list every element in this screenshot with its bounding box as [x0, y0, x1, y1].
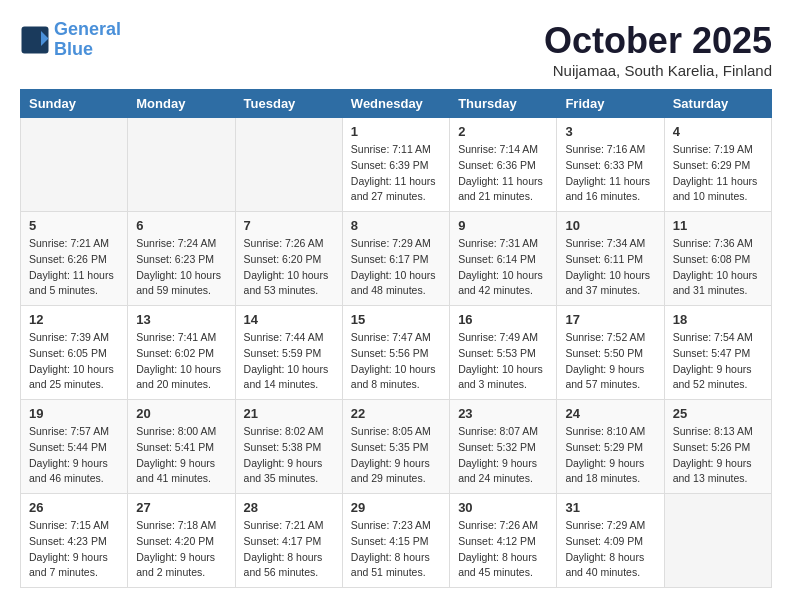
calendar-week-5: 26Sunrise: 7:15 AM Sunset: 4:23 PM Dayli… [21, 494, 772, 588]
day-number: 27 [136, 500, 226, 515]
day-number: 5 [29, 218, 119, 233]
day-info: Sunrise: 7:14 AM Sunset: 6:36 PM Dayligh… [458, 142, 548, 205]
day-number: 7 [244, 218, 334, 233]
calendar-cell [235, 118, 342, 212]
day-info: Sunrise: 7:54 AM Sunset: 5:47 PM Dayligh… [673, 330, 763, 393]
day-info: Sunrise: 7:26 AM Sunset: 6:20 PM Dayligh… [244, 236, 334, 299]
calendar-cell: 19Sunrise: 7:57 AM Sunset: 5:44 PM Dayli… [21, 400, 128, 494]
calendar-cell: 10Sunrise: 7:34 AM Sunset: 6:11 PM Dayli… [557, 212, 664, 306]
day-number: 22 [351, 406, 441, 421]
day-number: 28 [244, 500, 334, 515]
calendar-body: 1Sunrise: 7:11 AM Sunset: 6:39 PM Daylig… [21, 118, 772, 588]
calendar-cell: 17Sunrise: 7:52 AM Sunset: 5:50 PM Dayli… [557, 306, 664, 400]
calendar-header: SundayMondayTuesdayWednesdayThursdayFrid… [21, 90, 772, 118]
title-block: October 2025 Nuijamaa, South Karelia, Fi… [544, 20, 772, 79]
day-number: 29 [351, 500, 441, 515]
weekday-header-tuesday: Tuesday [235, 90, 342, 118]
day-number: 26 [29, 500, 119, 515]
day-info: Sunrise: 7:34 AM Sunset: 6:11 PM Dayligh… [565, 236, 655, 299]
day-number: 6 [136, 218, 226, 233]
calendar-cell: 28Sunrise: 7:21 AM Sunset: 4:17 PM Dayli… [235, 494, 342, 588]
calendar-cell: 31Sunrise: 7:29 AM Sunset: 4:09 PM Dayli… [557, 494, 664, 588]
day-info: Sunrise: 7:57 AM Sunset: 5:44 PM Dayligh… [29, 424, 119, 487]
calendar-cell: 29Sunrise: 7:23 AM Sunset: 4:15 PM Dayli… [342, 494, 449, 588]
day-info: Sunrise: 7:16 AM Sunset: 6:33 PM Dayligh… [565, 142, 655, 205]
calendar-cell: 5Sunrise: 7:21 AM Sunset: 6:26 PM Daylig… [21, 212, 128, 306]
day-info: Sunrise: 8:02 AM Sunset: 5:38 PM Dayligh… [244, 424, 334, 487]
calendar-cell: 26Sunrise: 7:15 AM Sunset: 4:23 PM Dayli… [21, 494, 128, 588]
logo-line1: General [54, 19, 121, 39]
weekday-header-monday: Monday [128, 90, 235, 118]
calendar-week-4: 19Sunrise: 7:57 AM Sunset: 5:44 PM Dayli… [21, 400, 772, 494]
calendar-cell [128, 118, 235, 212]
day-info: Sunrise: 7:29 AM Sunset: 4:09 PM Dayligh… [565, 518, 655, 581]
day-number: 9 [458, 218, 548, 233]
day-info: Sunrise: 8:13 AM Sunset: 5:26 PM Dayligh… [673, 424, 763, 487]
day-number: 4 [673, 124, 763, 139]
day-number: 31 [565, 500, 655, 515]
day-number: 1 [351, 124, 441, 139]
calendar-cell: 8Sunrise: 7:29 AM Sunset: 6:17 PM Daylig… [342, 212, 449, 306]
logo-text: General Blue [54, 20, 121, 60]
day-info: Sunrise: 8:07 AM Sunset: 5:32 PM Dayligh… [458, 424, 548, 487]
day-number: 15 [351, 312, 441, 327]
calendar-cell: 3Sunrise: 7:16 AM Sunset: 6:33 PM Daylig… [557, 118, 664, 212]
calendar-cell: 21Sunrise: 8:02 AM Sunset: 5:38 PM Dayli… [235, 400, 342, 494]
day-info: Sunrise: 7:41 AM Sunset: 6:02 PM Dayligh… [136, 330, 226, 393]
calendar-week-1: 1Sunrise: 7:11 AM Sunset: 6:39 PM Daylig… [21, 118, 772, 212]
location: Nuijamaa, South Karelia, Finland [544, 62, 772, 79]
calendar-cell: 2Sunrise: 7:14 AM Sunset: 6:36 PM Daylig… [450, 118, 557, 212]
day-info: Sunrise: 7:21 AM Sunset: 4:17 PM Dayligh… [244, 518, 334, 581]
day-number: 2 [458, 124, 548, 139]
day-info: Sunrise: 8:05 AM Sunset: 5:35 PM Dayligh… [351, 424, 441, 487]
day-info: Sunrise: 7:23 AM Sunset: 4:15 PM Dayligh… [351, 518, 441, 581]
day-info: Sunrise: 7:44 AM Sunset: 5:59 PM Dayligh… [244, 330, 334, 393]
day-number: 3 [565, 124, 655, 139]
day-number: 14 [244, 312, 334, 327]
weekday-header-row: SundayMondayTuesdayWednesdayThursdayFrid… [21, 90, 772, 118]
day-info: Sunrise: 7:31 AM Sunset: 6:14 PM Dayligh… [458, 236, 548, 299]
calendar-cell: 22Sunrise: 8:05 AM Sunset: 5:35 PM Dayli… [342, 400, 449, 494]
calendar: SundayMondayTuesdayWednesdayThursdayFrid… [20, 89, 772, 588]
day-info: Sunrise: 8:00 AM Sunset: 5:41 PM Dayligh… [136, 424, 226, 487]
day-number: 19 [29, 406, 119, 421]
day-info: Sunrise: 7:39 AM Sunset: 6:05 PM Dayligh… [29, 330, 119, 393]
calendar-cell: 18Sunrise: 7:54 AM Sunset: 5:47 PM Dayli… [664, 306, 771, 400]
calendar-cell: 24Sunrise: 8:10 AM Sunset: 5:29 PM Dayli… [557, 400, 664, 494]
calendar-cell: 16Sunrise: 7:49 AM Sunset: 5:53 PM Dayli… [450, 306, 557, 400]
day-info: Sunrise: 7:15 AM Sunset: 4:23 PM Dayligh… [29, 518, 119, 581]
calendar-cell: 6Sunrise: 7:24 AM Sunset: 6:23 PM Daylig… [128, 212, 235, 306]
day-number: 18 [673, 312, 763, 327]
weekday-header-wednesday: Wednesday [342, 90, 449, 118]
day-info: Sunrise: 7:52 AM Sunset: 5:50 PM Dayligh… [565, 330, 655, 393]
weekday-header-friday: Friday [557, 90, 664, 118]
calendar-cell: 9Sunrise: 7:31 AM Sunset: 6:14 PM Daylig… [450, 212, 557, 306]
calendar-cell [664, 494, 771, 588]
day-number: 16 [458, 312, 548, 327]
day-info: Sunrise: 7:21 AM Sunset: 6:26 PM Dayligh… [29, 236, 119, 299]
day-info: Sunrise: 7:26 AM Sunset: 4:12 PM Dayligh… [458, 518, 548, 581]
day-number: 21 [244, 406, 334, 421]
calendar-cell: 12Sunrise: 7:39 AM Sunset: 6:05 PM Dayli… [21, 306, 128, 400]
calendar-cell: 14Sunrise: 7:44 AM Sunset: 5:59 PM Dayli… [235, 306, 342, 400]
day-number: 30 [458, 500, 548, 515]
day-number: 17 [565, 312, 655, 327]
calendar-cell: 1Sunrise: 7:11 AM Sunset: 6:39 PM Daylig… [342, 118, 449, 212]
day-number: 24 [565, 406, 655, 421]
calendar-cell: 7Sunrise: 7:26 AM Sunset: 6:20 PM Daylig… [235, 212, 342, 306]
day-info: Sunrise: 7:47 AM Sunset: 5:56 PM Dayligh… [351, 330, 441, 393]
logo-icon [20, 25, 50, 55]
logo-line2: Blue [54, 39, 93, 59]
day-info: Sunrise: 7:19 AM Sunset: 6:29 PM Dayligh… [673, 142, 763, 205]
day-number: 10 [565, 218, 655, 233]
day-info: Sunrise: 7:36 AM Sunset: 6:08 PM Dayligh… [673, 236, 763, 299]
day-info: Sunrise: 7:49 AM Sunset: 5:53 PM Dayligh… [458, 330, 548, 393]
weekday-header-sunday: Sunday [21, 90, 128, 118]
day-number: 12 [29, 312, 119, 327]
weekday-header-saturday: Saturday [664, 90, 771, 118]
calendar-cell: 15Sunrise: 7:47 AM Sunset: 5:56 PM Dayli… [342, 306, 449, 400]
day-number: 20 [136, 406, 226, 421]
day-info: Sunrise: 7:24 AM Sunset: 6:23 PM Dayligh… [136, 236, 226, 299]
calendar-cell: 11Sunrise: 7:36 AM Sunset: 6:08 PM Dayli… [664, 212, 771, 306]
day-info: Sunrise: 7:29 AM Sunset: 6:17 PM Dayligh… [351, 236, 441, 299]
